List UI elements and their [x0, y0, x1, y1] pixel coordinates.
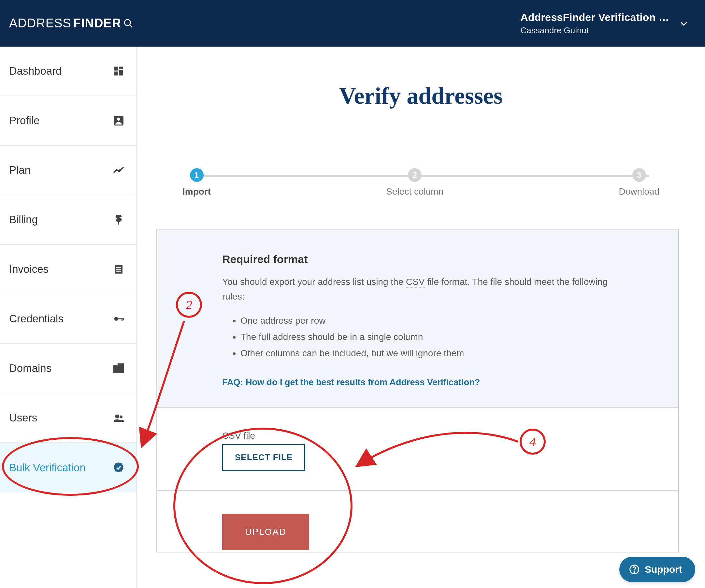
logo-text-bold: FINDER: [73, 16, 121, 30]
select-file-button[interactable]: SELECT FILE: [222, 444, 305, 471]
file-select-section: CSV file SELECT FILE: [157, 408, 678, 491]
step-label: Download: [619, 186, 659, 197]
format-rules-list: One address per row The full address sho…: [240, 313, 613, 362]
sidebar-item-label: Dashboard: [9, 65, 113, 77]
sidebar-item-label: Credentials: [9, 313, 113, 325]
svg-point-24: [115, 415, 119, 418]
main-content: Verify addresses 1 Import 2 Select colum…: [137, 47, 705, 588]
page-title: Verify addresses: [137, 83, 705, 109]
svg-rect-2: [114, 67, 118, 71]
step-label: Select column: [386, 186, 443, 197]
sidebar-item-users[interactable]: Users: [0, 394, 136, 443]
sidebar-item-domains[interactable]: Domains: [0, 344, 136, 394]
svg-point-25: [120, 416, 123, 418]
svg-rect-15: [122, 318, 123, 321]
svg-line-1: [130, 25, 132, 28]
sidebar: Dashboard Profile Plan Billing Invoices …: [0, 47, 137, 588]
step-import[interactable]: 1 Import: [182, 168, 211, 197]
sidebar-item-credentials[interactable]: Credentials: [0, 294, 136, 344]
account-title: AddressFinder Verification …: [520, 11, 669, 24]
dollar-icon: [113, 214, 125, 226]
sidebar-item-label: Billing: [9, 214, 113, 226]
app-header: ADDRESSFINDER AddressFinder Verification…: [0, 0, 705, 47]
sidebar-item-label: Bulk Verification: [9, 461, 113, 474]
step-number: 3: [632, 168, 646, 182]
step-download[interactable]: 3 Download: [619, 168, 659, 197]
sidebar-item-plan[interactable]: Plan: [0, 146, 136, 195]
support-label: Support: [645, 564, 682, 575]
sidebar-item-dashboard[interactable]: Dashboard: [0, 47, 136, 96]
format-rule: The full address should be in a single c…: [240, 329, 613, 345]
support-button[interactable]: Support: [619, 557, 695, 582]
sidebar-item-billing[interactable]: Billing: [0, 195, 136, 245]
sidebar-item-bulk-verification[interactable]: Bulk Verification: [0, 443, 136, 493]
domain-icon: [113, 362, 125, 374]
sidebar-item-label: Plan: [9, 164, 113, 176]
format-rule: Other columns can be included, but we wi…: [240, 345, 613, 361]
step-label: Import: [182, 186, 211, 197]
faq-link[interactable]: FAQ: How do I get the best results from …: [222, 377, 480, 388]
step-select-column[interactable]: 2 Select column: [386, 168, 443, 197]
format-rule: One address per row: [240, 313, 613, 329]
key-icon: [113, 313, 125, 325]
required-format-section: Required format You should export your a…: [157, 230, 678, 408]
step-number: 1: [190, 168, 204, 182]
sidebar-item-label: Domains: [9, 362, 113, 374]
svg-rect-3: [119, 67, 123, 70]
required-format-intro: You should export your address list usin…: [222, 275, 613, 304]
chevron-down-icon[interactable]: [679, 18, 689, 28]
svg-point-13: [114, 317, 118, 321]
upload-button[interactable]: UPLOAD: [222, 514, 309, 550]
invoice-icon: [113, 263, 125, 275]
svg-rect-14: [118, 318, 124, 319]
users-icon: [113, 412, 125, 424]
upload-section: UPLOAD: [157, 491, 678, 552]
svg-rect-16: [123, 318, 124, 320]
sidebar-item-label: Users: [9, 412, 113, 424]
sidebar-item-invoices[interactable]: Invoices: [0, 245, 136, 294]
wizard-stepper: 1 Import 2 Select column 3 Download: [182, 168, 659, 197]
sidebar-item-label: Profile: [9, 115, 113, 127]
magnifier-icon: [123, 18, 134, 29]
account-user: Cassandre Guinut: [520, 26, 669, 36]
sidebar-item-label: Invoices: [9, 263, 113, 275]
plan-icon: [113, 164, 125, 176]
svg-rect-5: [114, 72, 118, 76]
sidebar-item-profile[interactable]: Profile: [0, 96, 136, 146]
logo-text-thin: ADDRESS: [9, 16, 72, 30]
dashboard-icon: [113, 65, 125, 77]
profile-icon: [113, 115, 125, 127]
svg-point-27: [634, 572, 634, 572]
svg-point-7: [117, 118, 120, 121]
required-format-heading: Required format: [222, 253, 613, 266]
svg-point-0: [125, 19, 131, 26]
verified-badge-icon: [113, 462, 125, 473]
step-number: 2: [408, 168, 422, 182]
help-icon: [629, 564, 640, 575]
brand-logo: ADDRESSFINDER: [9, 16, 134, 30]
csv-file-label: CSV file: [222, 431, 613, 441]
account-switcher[interactable]: AddressFinder Verification … Cassandre G…: [520, 11, 669, 36]
import-panel: Required format You should export your a…: [156, 229, 679, 552]
svg-rect-4: [119, 70, 123, 76]
csv-abbr: CSV: [406, 277, 425, 287]
